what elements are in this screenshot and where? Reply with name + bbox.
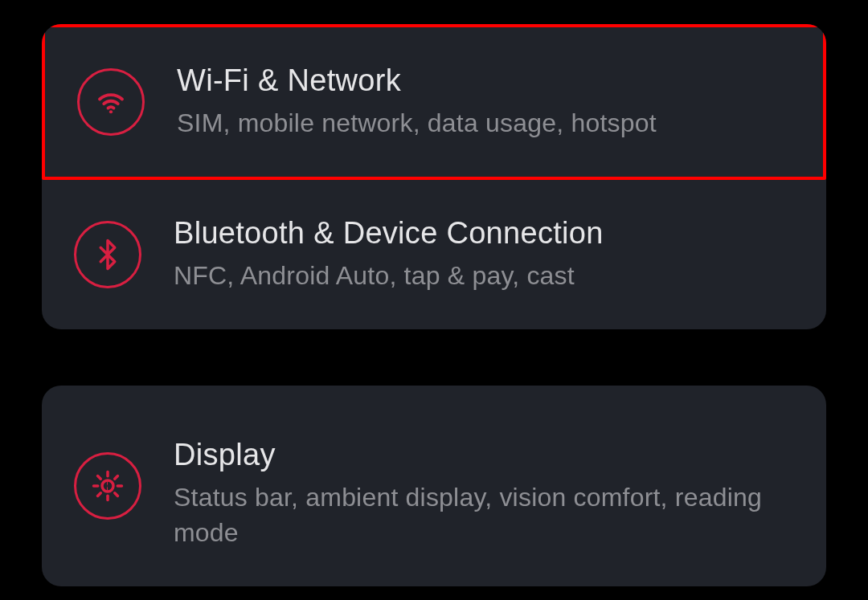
- bluetooth-icon: [74, 221, 141, 288]
- settings-item-title: Wi-Fi & Network: [177, 63, 657, 98]
- settings-item-bluetooth[interactable]: Bluetooth & Device Connection NFC, Andro…: [42, 180, 826, 329]
- wifi-icon: [77, 68, 145, 136]
- settings-item-title: Display: [174, 438, 794, 472]
- settings-group-2: Display Status bar, ambient display, vis…: [42, 386, 826, 586]
- settings-item-display[interactable]: Display Status bar, ambient display, vis…: [42, 386, 826, 586]
- display-icon: [74, 452, 141, 520]
- settings-item-subtitle: SIM, mobile network, data usage, hotspot: [177, 106, 657, 141]
- settings-item-subtitle: Status bar, ambient display, vision comf…: [174, 480, 794, 549]
- settings-item-text: Display Status bar, ambient display, vis…: [174, 438, 794, 549]
- svg-line-9: [115, 476, 118, 480]
- svg-line-6: [98, 476, 101, 480]
- settings-group-1: Wi-Fi & Network SIM, mobile network, dat…: [42, 24, 826, 329]
- svg-line-7: [115, 493, 118, 496]
- settings-item-subtitle: NFC, Android Auto, tap & pay, cast: [174, 259, 604, 293]
- settings-item-text: Bluetooth & Device Connection NFC, Andro…: [174, 216, 604, 293]
- settings-item-wifi-network[interactable]: Wi-Fi & Network SIM, mobile network, dat…: [42, 24, 826, 180]
- svg-point-0: [109, 110, 113, 113]
- settings-item-text: Wi-Fi & Network SIM, mobile network, dat…: [177, 63, 657, 141]
- svg-line-8: [98, 493, 101, 496]
- settings-item-title: Bluetooth & Device Connection: [174, 216, 604, 251]
